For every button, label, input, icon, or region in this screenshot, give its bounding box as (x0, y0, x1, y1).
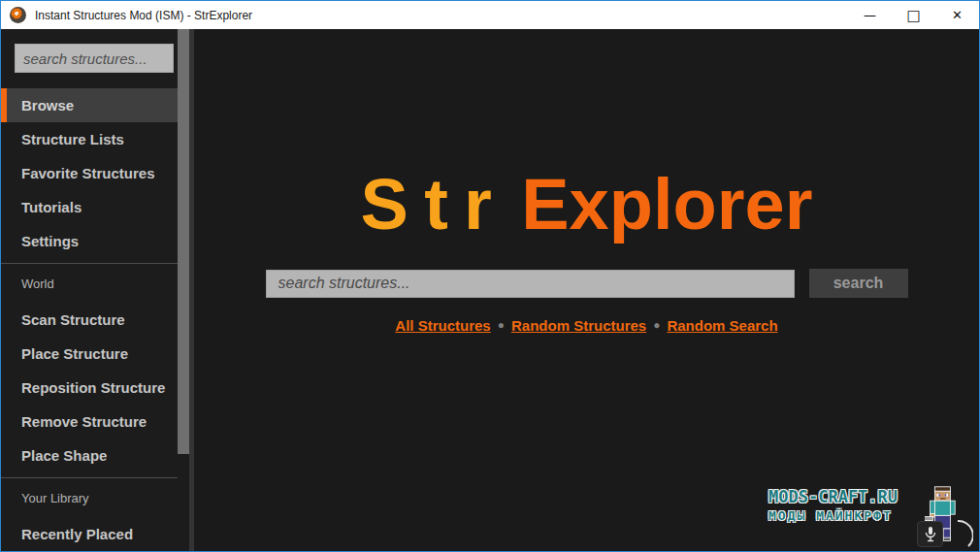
quick-links: All Structures●Random Structures●Random … (194, 317, 979, 334)
sidebar-item-label: Tutorials (21, 199, 82, 215)
microphone-box (917, 521, 943, 547)
sidebar-item-place-structure[interactable]: Place Structure (1, 337, 178, 371)
search-button[interactable]: search (809, 269, 908, 298)
link-random-structures[interactable]: Random Structures (511, 317, 646, 334)
app-window: Instant Structures Mod (ISM) - StrExplor… (0, 0, 980, 552)
sidebar-search-input[interactable] (15, 44, 174, 73)
sidebar-section-world: World (1, 264, 178, 303)
sidebar: Browse Structure Lists Favorite Structur… (1, 29, 178, 551)
sidebar-item-recently-placed[interactable]: Recently Placed (1, 517, 178, 551)
sidebar-item-label: Browse (21, 97, 74, 114)
main-search-input[interactable] (266, 270, 795, 298)
sidebar-item-label: Remove Structure (21, 413, 147, 430)
sidebar-scrollbar (178, 29, 189, 551)
app-icon (10, 7, 26, 23)
sidebar-item-structure-lists[interactable]: Structure Lists (1, 122, 178, 156)
sidebar-item-favorite-structures[interactable]: Favorite Structures (1, 156, 178, 190)
main-search-row: search (194, 269, 979, 298)
sidebar-item-label: Favorite Structures (21, 165, 155, 181)
mods-craft-watermark: MODS-CRAFT.RU МОДЫ МАЙНКРФТ (768, 486, 974, 548)
watermark-line1: MODS-CRAFT.RU (768, 487, 898, 506)
app-logo: StrExplorer (194, 163, 979, 245)
curve-arrow-icon (956, 519, 973, 548)
link-all-structures[interactable]: All Structures (395, 317, 490, 334)
sidebar-item-tutorials[interactable]: Tutorials (1, 190, 178, 224)
sidebar-section-your-library: Your Library (1, 478, 178, 517)
sidebar-item-label: Settings (21, 233, 79, 249)
bullet-separator: ● (498, 318, 505, 332)
watermark-text: MODS-CRAFT.RU МОДЫ МАЙНКРФТ (768, 487, 898, 523)
minimize-button[interactable]: — (848, 1, 892, 29)
close-button[interactable]: ✕ (935, 1, 979, 29)
sidebar-item-remove-structure[interactable]: Remove Structure (1, 405, 178, 438)
sidebar-item-reposition-structure[interactable]: Reposition Structure (1, 371, 178, 405)
sidebar-nav: Browse Structure Lists Favorite Structur… (1, 88, 178, 551)
watermark-line2: МОДЫ МАЙНКРФТ (768, 508, 898, 523)
sidebar-item-label: Scan Structure (21, 311, 125, 328)
title-bar: Instant Structures Mod (ISM) - StrExplor… (1, 1, 979, 29)
sidebar-item-scan-structure[interactable]: Scan Structure (1, 303, 178, 337)
sidebar-item-label: Recently Placed (21, 526, 133, 542)
sidebar-item-settings[interactable]: Settings (1, 224, 178, 258)
logo-part-explorer: Explorer (521, 164, 812, 244)
sidebar-item-browse[interactable]: Browse (1, 88, 178, 122)
microphone-icon (924, 526, 937, 543)
logo-part-str: Str (361, 164, 508, 244)
sidebar-item-label: Reposition Structure (21, 379, 165, 396)
sidebar-item-place-shape[interactable]: Place Shape (1, 438, 178, 472)
bullet-separator: ● (653, 318, 660, 332)
content-area: Browse Structure Lists Favorite Structur… (1, 29, 979, 551)
maximize-button[interactable]: □ (892, 1, 935, 29)
sidebar-item-label: Structure Lists (21, 131, 124, 147)
scrollbar-thumb[interactable] (178, 29, 189, 454)
main-panel: StrExplorer search All Structures●Random… (194, 29, 979, 551)
sidebar-item-label: Place Structure (21, 345, 128, 362)
window-title: Instant Structures Mod (ISM) - StrExplor… (35, 9, 848, 22)
sidebar-item-label: Place Shape (21, 447, 107, 464)
link-random-search[interactable]: Random Search (667, 317, 777, 334)
